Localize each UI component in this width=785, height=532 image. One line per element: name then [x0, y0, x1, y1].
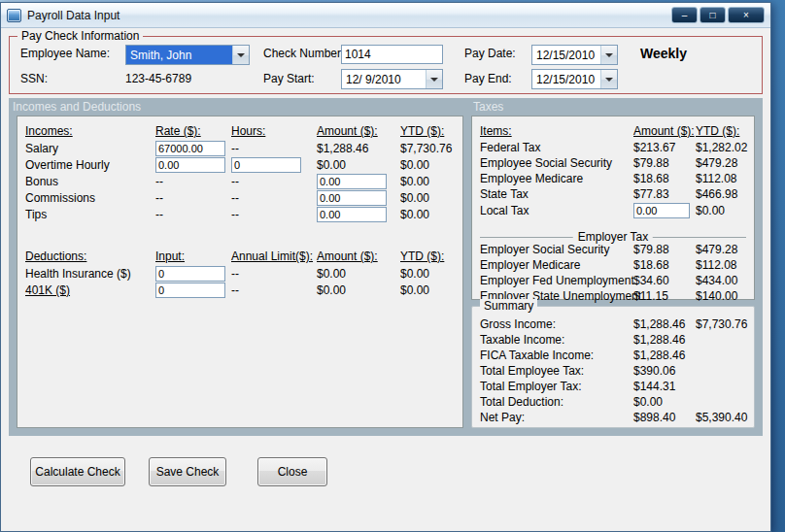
tax-label: Employer Fed Unemployment — [480, 274, 633, 287]
income-hours: -- — [231, 208, 317, 221]
deduction-header-row: Deductions: Input: Annual Limit($): Amou… — [25, 248, 455, 265]
ytd-col-header: YTD ($): — [400, 249, 455, 263]
income-hours: -- — [231, 175, 317, 188]
close-check-button[interactable]: Close — [257, 457, 327, 486]
summary-value: $390.06 — [633, 364, 696, 378]
hours-col-header: Hours: — [231, 124, 317, 138]
tax-row-federal: Federal Tax $213.67 $1,282.02 — [480, 140, 746, 155]
income-amount: $1,288.46 — [317, 142, 400, 155]
app-icon — [7, 9, 21, 22]
deduction-row-health-insurance: Health Insurance ($) -- $0.00 $0.00 — [25, 265, 455, 282]
tax-ytd: $112.08 — [696, 258, 746, 272]
summary-value: $144.31 — [633, 380, 696, 393]
tax-label: Local Tax — [480, 204, 633, 217]
tax-row-employer-medicare: Employer Medicare $18.68 $112.08 — [480, 257, 746, 273]
salary-rate-input[interactable] — [155, 141, 225, 156]
summary-row-fica-taxable-income: FICA Taxable Income: $1,288.46 — [480, 348, 746, 363]
employee-name-label: Employee Name: — [20, 47, 110, 60]
summary-row-total-employee-tax: Total Employee Tax: $390.06 — [480, 363, 746, 379]
income-row-salary: Salary -- $1,288.46 $7,730.76 — [25, 140, 455, 156]
tax-ytd: $466.98 — [696, 187, 746, 201]
commissions-amount-input[interactable] — [317, 190, 387, 206]
deduction-ytd: $0.00 — [400, 283, 455, 297]
minimize-button[interactable]: – — [671, 7, 698, 23]
employee-name-combobox[interactable]: Smith, John — [125, 45, 250, 65]
deduction-401k-link[interactable]: 401K ($) — [25, 283, 155, 297]
tips-amount-input[interactable] — [317, 207, 387, 222]
taxes-section-header: Taxes — [473, 100, 503, 114]
overtime-rate-input[interactable] — [155, 157, 225, 173]
401k-input[interactable] — [155, 283, 225, 298]
summary-value: $1,288.46 — [633, 333, 696, 347]
tax-amount-col-header: Amount ($): — [633, 124, 696, 138]
tax-ytd: $479.28 — [696, 156, 746, 170]
tax-header-row: Items: Amount ($): YTD ($): — [480, 122, 746, 140]
summary-label: Summary — [480, 299, 537, 313]
tax-row-emp-medicare: Employee Medicare $18.68 $112.08 — [480, 171, 746, 186]
tax-amount: $213.67 — [633, 141, 696, 154]
employer-tax-group-label: Employer Tax — [573, 230, 653, 244]
local-tax-input[interactable] — [633, 203, 690, 218]
income-row-overtime: Overtime Hourly $0.00 $0.00 — [25, 156, 455, 173]
summary-label-text: Total Employer Tax: — [480, 380, 633, 393]
tax-row-employer-social-security: Employer Social Security $79.88 $479.28 — [480, 242, 746, 257]
deduction-ytd: $0.00 — [400, 267, 455, 281]
summary-label-text: Net Pay: — [480, 411, 633, 424]
employee-name-dropdown-arrow-icon[interactable] — [232, 46, 249, 64]
pay-end-dropdown-arrow-icon[interactable] — [600, 70, 617, 88]
income-label: Bonus — [25, 175, 155, 188]
pay-start-value: 12/ 9/2010 — [342, 70, 426, 88]
overtime-hours-input[interactable] — [231, 157, 301, 173]
tax-row-state: State Tax $77.83 $466.98 — [480, 186, 746, 202]
tax-row-emp-social-security: Employee Social Security $79.88 $479.28 — [480, 155, 746, 171]
tax-label: State Tax — [480, 187, 633, 201]
taxes-panel: Items: Amount ($): YTD ($): Federal Tax … — [471, 116, 755, 300]
income-rate: -- — [155, 191, 231, 205]
title-bar[interactable]: Payroll Data Input – □ × — [1, 3, 770, 28]
income-row-bonus: Bonus -- -- $0.00 — [25, 173, 455, 189]
ytd-col-header: YTD ($): — [400, 124, 455, 138]
income-row-tips: Tips -- -- $0.00 — [25, 206, 455, 222]
tax-amount: $34.60 — [633, 274, 696, 287]
deduction-limit: -- — [231, 267, 317, 281]
pay-start-picker[interactable]: 12/ 9/2010 — [341, 69, 443, 89]
tax-label: Employer Medicare — [480, 258, 633, 272]
summary-value: $898.40 — [633, 411, 696, 424]
deduction-limit: -- — [231, 283, 317, 297]
tax-ytd: $112.08 — [696, 172, 746, 185]
close-button[interactable]: × — [728, 7, 765, 23]
tax-row-employer-fed-unemployment: Employer Fed Unemployment $34.60 $434.00 — [480, 273, 746, 288]
check-number-input[interactable] — [341, 45, 443, 64]
income-amount: $0.00 — [317, 158, 400, 172]
paycheck-info-label: Pay Check Information — [17, 29, 143, 43]
tax-amount: $18.68 — [633, 172, 696, 185]
deductions-col-header: Deductions: — [25, 249, 155, 263]
pay-start-dropdown-arrow-icon[interactable] — [426, 70, 442, 88]
tax-ytd: $0.00 — [696, 204, 746, 217]
summary-row-total-employer-tax: Total Employer Tax: $144.31 — [480, 379, 746, 394]
tax-ytd-col-header: YTD ($): — [696, 124, 746, 138]
calculate-check-button[interactable]: Calculate Check — [30, 457, 125, 486]
amount-col-header: Amount ($): — [317, 124, 400, 138]
bonus-amount-input[interactable] — [317, 174, 387, 189]
maximize-button[interactable]: □ — [700, 7, 726, 23]
income-ytd: $0.00 — [400, 208, 455, 221]
employee-name-value: Smith, John — [126, 46, 232, 64]
tax-label: Employer Social Security — [480, 243, 633, 256]
pay-end-picker[interactable]: 12/15/2010 — [531, 69, 618, 89]
summary-label-text: Total Employee Tax: — [480, 364, 633, 378]
save-check-button[interactable]: Save Check — [149, 457, 226, 486]
income-ytd: $7,730.76 — [400, 142, 455, 155]
summary-value: $1,288.46 — [633, 349, 696, 362]
incomes-col-header: Incomes: — [25, 124, 155, 138]
maximize-icon: □ — [709, 11, 715, 20]
desktop-background: Payroll Data Input – □ × Pay Check Infor… — [0, 0, 785, 532]
ssn-label: SSN: — [20, 72, 48, 85]
pay-date-dropdown-arrow-icon[interactable] — [600, 46, 617, 64]
health-insurance-input[interactable] — [155, 266, 225, 282]
rate-col-header: Rate ($): — [155, 124, 231, 138]
summary-row-taxable-income: Taxable Income: $1,288.46 — [480, 332, 746, 348]
income-hours: -- — [231, 191, 317, 205]
tax-ytd: $479.28 — [696, 243, 746, 256]
pay-date-picker[interactable]: 12/15/2010 — [531, 45, 618, 65]
